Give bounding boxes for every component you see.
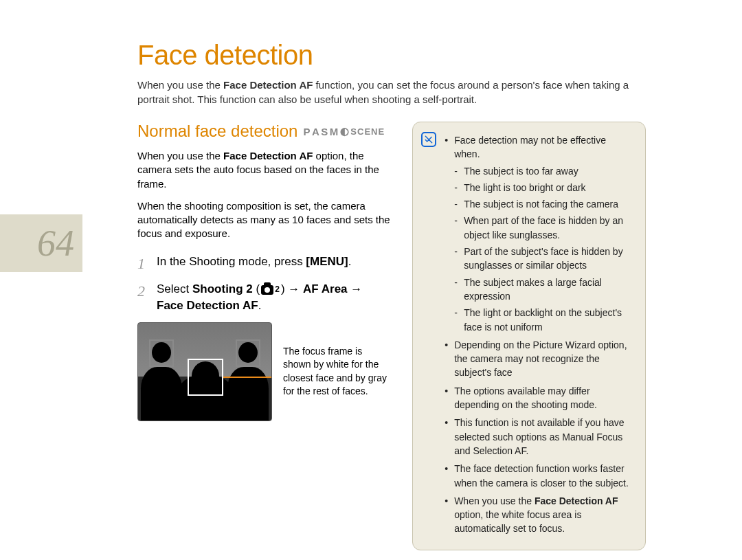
mode-a: A — [312, 126, 319, 137]
step-item: 1 In the Shooting mode, press [MENU]. — [137, 254, 390, 275]
step-text: In the Shooting mode, press [MENU]. — [157, 254, 390, 275]
section-title: Normal face detection P A S M ◐ SCENE — [137, 122, 390, 141]
column-right: Face detection may not be effective when… — [412, 122, 646, 550]
list-item: The light or backlight on the subject's … — [454, 306, 633, 334]
mode-night-icon: ◐ — [340, 125, 350, 137]
list-item: When part of the face is hidden by an ob… — [454, 214, 633, 242]
mode-s: S — [321, 126, 328, 137]
info-note-box: Face detection may not be effective when… — [412, 122, 646, 550]
section-title-text: Normal face detection — [137, 122, 297, 141]
bold-text: AF Area — [303, 282, 348, 295]
text: When you use the — [137, 150, 223, 161]
page-title: Face detection — [137, 40, 646, 71]
bold-text: [MENU] — [306, 255, 348, 268]
figure-illustration — [137, 322, 272, 421]
bold-text: Face Detection AF — [157, 299, 258, 312]
note-icon — [421, 132, 436, 147]
step-item: 2 Select Shooting 2 (2) → AF Area → Face… — [137, 281, 390, 314]
column-left: Normal face detection P A S M ◐ SCENE Wh… — [137, 122, 390, 550]
mode-m: M — [330, 126, 339, 137]
arrow: → — [288, 282, 303, 295]
step-text: Select Shooting 2 (2) → AF Area → Face D… — [157, 281, 390, 314]
columns: Normal face detection P A S M ◐ SCENE Wh… — [137, 122, 646, 550]
bold-text: Face Detection AF — [535, 495, 618, 506]
text: Select — [157, 282, 192, 295]
info-bullet-list: Face detection may not be effective when… — [445, 133, 633, 536]
list-item: This function is not available if you ha… — [445, 416, 633, 458]
text: ) — [281, 282, 288, 295]
text: . — [258, 299, 262, 312]
list-item: Depending on the Picture Wizard option, … — [445, 338, 633, 380]
list-item: The options available may differ dependi… — [445, 384, 633, 412]
bold-text: Shooting 2 — [192, 282, 253, 295]
mode-scene: SCENE — [350, 126, 385, 137]
info-dash-list: The subject is too far away The light is… — [454, 164, 633, 334]
page-number-block: 64 — [0, 214, 82, 272]
page-number: 64 — [37, 222, 74, 265]
camera-icon-group: 2 — [260, 284, 281, 295]
steps-list: 1 In the Shooting mode, press [MENU]. 2 … — [137, 254, 390, 314]
paragraph: When you use the Face Detection AF optio… — [137, 149, 390, 191]
list-item: The light is too bright or dark — [454, 181, 633, 194]
text: In the Shooting mode, press — [157, 255, 306, 268]
intro-paragraph: When you use the Face Detection AF funct… — [137, 78, 646, 107]
mode-badges: P A S M ◐ SCENE — [303, 125, 385, 137]
list-item: Face detection may not be effective when… — [445, 133, 633, 334]
bold-text: Face Detection AF — [223, 79, 313, 91]
text: option, the white focus area is automati… — [454, 509, 581, 534]
bold-text: Face Detection AF — [223, 150, 313, 161]
camera-icon — [261, 285, 273, 295]
list-item: When you use the Face Detection AF optio… — [445, 494, 633, 536]
figure-caption: The focus frame is shown by white for th… — [283, 345, 390, 399]
text: When you use the — [454, 495, 535, 506]
list-item: The face detection function works faster… — [445, 462, 633, 490]
paragraph: When the shooting composition is set, th… — [137, 199, 390, 241]
step-number: 1 — [137, 254, 148, 275]
list-item: The subject makes a large facial express… — [454, 276, 633, 304]
step-number: 2 — [137, 281, 148, 314]
text: . — [348, 255, 352, 268]
text: ( — [253, 282, 260, 295]
figure-row: The focus frame is shown by white for th… — [137, 322, 390, 421]
text: Face detection may not be effective when… — [454, 135, 606, 159]
page-content: Face detection When you use the Face Det… — [137, 40, 646, 550]
text: When you use the — [137, 79, 223, 91]
mode-p: P — [303, 126, 311, 137]
list-item: The subject is too far away — [454, 164, 633, 178]
list-item: The subject is not facing the camera — [454, 197, 633, 211]
camera-icon-sub: 2 — [275, 284, 280, 295]
list-item: Part of the subject's face is hidden by … — [454, 245, 633, 273]
arrow: → — [348, 282, 363, 295]
